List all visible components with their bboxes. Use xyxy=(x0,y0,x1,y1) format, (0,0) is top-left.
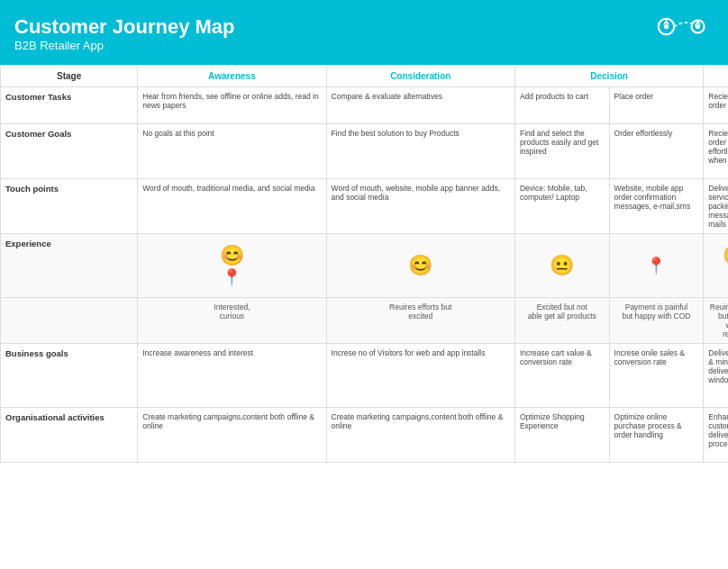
awareness-col: Awareness xyxy=(138,66,326,87)
header-icon xyxy=(651,11,714,56)
exp-labels-col xyxy=(1,298,138,344)
touch-points-row: Touch points Word of mouth, traditional … xyxy=(1,179,729,234)
decision-col: Decision xyxy=(514,66,703,87)
ct-decision1: Add products to cart xyxy=(514,87,609,124)
journey-map-table: Stage Awareness Consideration Decision D… xyxy=(0,65,728,463)
org-decision1: Optimize Shopping Experience xyxy=(514,408,609,463)
customer-tasks-row: Customer Tasks Hear from friends, see of… xyxy=(1,87,729,124)
ct-consideration: Compare & evaluate alternatives xyxy=(326,87,514,124)
consideration-col: Consideration xyxy=(326,66,514,87)
business-goals-row: Business goals Increase awareness and in… xyxy=(1,344,729,408)
svg-point-2 xyxy=(664,24,669,29)
exp-decision2: 📍 xyxy=(609,234,704,298)
bg-decision1: Increase cart value & conversion rate xyxy=(514,344,609,408)
tp-decision1: Device: Mobile, tab, computer/ Laptop xyxy=(514,179,609,234)
bg-awareness: Increase awareness and interest xyxy=(138,344,326,408)
bg-decision2: Increse onile sales & conversion rate xyxy=(609,344,704,408)
tp-decision2: Website, mobile app order confirmation m… xyxy=(609,179,704,234)
cg-delivery1: Recieve an order effortlessly and when n… xyxy=(704,124,728,179)
delivery-col: Delivery & Use xyxy=(704,66,728,87)
svg-point-5 xyxy=(696,24,700,29)
bg-delivery1: Deliver on time & minimise the delivery … xyxy=(704,344,728,408)
ct-decision2: Place order xyxy=(609,87,704,124)
ct-delivery1: Recieve an order xyxy=(704,87,728,124)
exp-consideration: 😊 xyxy=(326,234,514,298)
customer-tasks-label: Customer Tasks xyxy=(1,87,138,124)
org-activities-row: Organisational activities Create marketi… xyxy=(1,408,729,463)
customer-goals-label: Customer Goals xyxy=(1,124,138,179)
header: Customer Journey Map B2B Retailer App xyxy=(0,0,728,65)
exp-decision1: 😐 xyxy=(514,234,609,298)
exp-label-consideration: Reuires efforts butexcited xyxy=(326,298,514,344)
org-awareness: Create marketing campaigns,content both … xyxy=(138,408,326,463)
exp-label-decision2: Payment is painfulbut happy with COD xyxy=(609,298,704,344)
exp-label-delivery1: Reuired effortsbut happy whenrecived xyxy=(704,298,728,344)
cg-decision2: Order effortlessly xyxy=(609,124,704,179)
cg-awareness: No goals at this point xyxy=(138,124,326,179)
page-title: Customer Journey Map xyxy=(14,15,235,39)
stage-col: Stage xyxy=(1,66,138,87)
experience-labels-row: Interested,curious Reuires efforts butex… xyxy=(1,298,729,344)
customer-goals-row: Customer Goals No goals at this point Fi… xyxy=(1,124,729,179)
tp-awareness: Word of mouth, traditional media, and so… xyxy=(138,179,326,234)
exp-awareness: 😊 📍 xyxy=(138,234,326,298)
ct-awareness: Hear from friends, see offline or online… xyxy=(138,87,326,124)
cg-decision1: Find and select the products easily and … xyxy=(514,124,609,179)
table-container: Stage Awareness Consideration Decision D… xyxy=(0,65,728,463)
business-goals-label: Business goals xyxy=(1,344,138,408)
tp-delivery1: Delivery service, packing, messages, e-m… xyxy=(704,179,728,234)
header-text: Customer Journey Map B2B Retailer App xyxy=(14,15,235,52)
bg-consideration: Increse no of Visitors for web and app i… xyxy=(326,344,514,408)
org-delivery1: Enhance customer delivery process xyxy=(704,408,728,463)
experience-row: Experience 😊 📍 😊 😐 xyxy=(1,234,729,298)
page-subtitle: B2B Retailer App xyxy=(14,39,235,52)
exp-delivery1: 😐 📍 xyxy=(704,234,728,298)
org-label: Organisational activities xyxy=(1,408,138,463)
org-consideration: Create marketing campaigns,content both … xyxy=(326,408,514,463)
org-decision2: Optimize online purchase process & order… xyxy=(609,408,704,463)
exp-label-decision1: Excited but notable get all products xyxy=(514,298,609,344)
tp-consideration: Word of mouth, website, mobile app banne… xyxy=(326,179,514,234)
touch-points-label: Touch points xyxy=(1,179,138,234)
experience-label: Experience xyxy=(1,234,138,298)
exp-label-awareness: Interested,curious xyxy=(138,298,326,344)
cg-consideration: Find the best solution to buy Products xyxy=(326,124,514,179)
stages-header-row: Stage Awareness Consideration Decision D… xyxy=(1,66,729,87)
